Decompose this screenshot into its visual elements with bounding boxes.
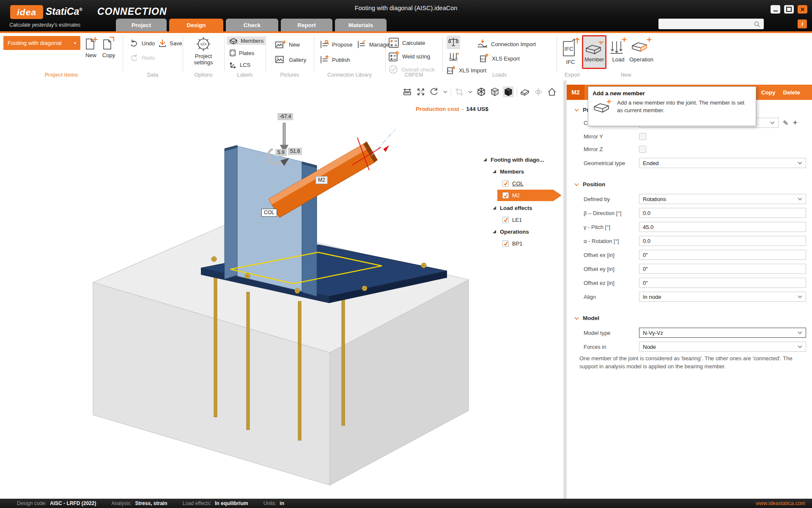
- new-load-button[interactable]: Load: [609, 36, 628, 63]
- geometrical-type-select[interactable]: Ended: [639, 158, 806, 168]
- picture-gallery-button[interactable]: Gallery: [275, 55, 306, 64]
- new-project-item-button[interactable]: New: [84, 36, 98, 59]
- tree-group-load-effects[interactable]: Load effects: [492, 202, 532, 213]
- copy-member-button[interactable]: Copy: [761, 89, 776, 96]
- design-code-label: Design code:: [17, 500, 47, 506]
- connection-import-button[interactable]: Connection Import: [477, 39, 536, 49]
- weld-sizing-button[interactable]: Weld sizing: [388, 51, 430, 62]
- close-button[interactable]: ✕: [798, 5, 807, 14]
- checkbox-checked[interactable]: [502, 240, 509, 247]
- tree-group-operations[interactable]: Operations: [492, 226, 529, 237]
- tab-check[interactable]: Check: [226, 19, 278, 31]
- load-plus-icon: [609, 36, 628, 56]
- maximize-icon: [786, 7, 792, 12]
- member-display-icon[interactable]: [519, 86, 530, 97]
- tree-group-members[interactable]: Members: [492, 166, 524, 177]
- checkbox-checked[interactable]: [502, 192, 509, 199]
- propose-connection-icon: [319, 40, 329, 49]
- minimize-button[interactable]: [771, 5, 780, 14]
- labels-plates-toggle[interactable]: Plates: [229, 49, 254, 57]
- redo-button[interactable]: Redo: [129, 53, 155, 62]
- section-position[interactable]: Position: [574, 181, 605, 188]
- edit-cross-section-icon[interactable]: ✎: [783, 119, 788, 127]
- alpha-rotation-input[interactable]: [639, 236, 806, 246]
- tree-item-bp1[interactable]: BP1: [502, 238, 523, 249]
- load-effects-label: Load effects:: [182, 500, 211, 506]
- tree-item-m2-selected[interactable]: M2: [497, 190, 562, 201]
- idea-statica-logo: idea: [10, 5, 43, 19]
- labels-lcs-toggle[interactable]: LCS: [229, 61, 250, 69]
- copy-project-item-button[interactable]: Copy: [102, 36, 116, 59]
- search-input[interactable]: [658, 19, 764, 29]
- project-tree: Footing with diago... Members COL M2 Loa…: [482, 152, 566, 254]
- calculate-button[interactable]: Calculate: [388, 37, 425, 48]
- tab-materials[interactable]: Materials: [335, 19, 387, 31]
- crop-options-chevron-icon[interactable]: [467, 86, 473, 97]
- maximize-button[interactable]: [784, 5, 794, 14]
- mirror-z-checkbox[interactable]: [639, 146, 646, 153]
- tab-project[interactable]: Project: [116, 19, 167, 31]
- plate-icon: [229, 49, 236, 57]
- tooltip-title: Add a new member: [593, 90, 752, 97]
- mirror-y-checkbox[interactable]: [639, 133, 646, 140]
- checkbox-checked[interactable]: [502, 180, 509, 187]
- member-badge: M2: [567, 85, 584, 100]
- xls-export-button[interactable]: XLS XLS Export: [479, 53, 520, 64]
- library-manage-button[interactable]: Manage: [356, 40, 389, 49]
- tree-item-le1[interactable]: LE1: [502, 214, 522, 225]
- project-settings-button[interactable]: </> Project settings: [191, 36, 216, 66]
- solid-view-icon[interactable]: [503, 86, 514, 97]
- manage-pencil-icon: [356, 40, 366, 49]
- delete-member-button[interactable]: Delete: [783, 89, 800, 96]
- tree-root-node[interactable]: Footing with diago...: [483, 154, 544, 165]
- loads-in-percent-button[interactable]: %: [447, 51, 460, 64]
- geometrical-type-row: Geometrical type Ended: [584, 158, 806, 168]
- rotate-options-chevron-icon[interactable]: [442, 86, 448, 97]
- model-type-select[interactable]: N-Vy-Vz: [639, 328, 806, 338]
- section-model[interactable]: Model: [574, 315, 599, 321]
- library-publish-button[interactable]: Publish: [319, 55, 350, 64]
- offset-ey-input[interactable]: [639, 264, 806, 274]
- ifc-export-button[interactable]: IFC IFC: [561, 36, 580, 66]
- forces-in-select[interactable]: Node: [639, 342, 806, 352]
- gamma-pitch-row: γ - Pitch [°]: [584, 222, 806, 232]
- wireframe-view-icon[interactable]: [476, 86, 487, 97]
- mirror-view-icon[interactable]: [533, 86, 544, 97]
- offset-ex-input[interactable]: [639, 250, 806, 260]
- calculate-icon: [388, 37, 399, 48]
- library-propose-button[interactable]: Propose: [319, 40, 352, 49]
- checkbox-checked[interactable]: [502, 217, 509, 223]
- save-button[interactable]: Save: [158, 39, 182, 47]
- gamma-pitch-input[interactable]: [639, 222, 806, 232]
- loads-equilibrium-toggle[interactable]: [447, 36, 460, 49]
- new-member-button[interactable]: Member: [582, 35, 606, 69]
- transparent-view-icon[interactable]: [489, 86, 500, 97]
- tree-item-col[interactable]: COL: [502, 178, 524, 189]
- production-cost: Production cost-144 US$: [416, 106, 488, 112]
- undo-button[interactable]: Undo: [129, 39, 155, 47]
- home-view-icon[interactable]: [546, 86, 557, 97]
- beta-direction-input[interactable]: [639, 208, 806, 218]
- align-select[interactable]: In node: [639, 292, 806, 302]
- measure-icon[interactable]: [402, 86, 413, 97]
- member-m2-label: M2: [315, 176, 328, 184]
- defined-by-select[interactable]: Rotations: [639, 194, 806, 204]
- info-button[interactable]: i: [798, 19, 807, 28]
- website-link[interactable]: www.ideastatica.com: [756, 500, 805, 506]
- panel-splitter[interactable]: [563, 80, 567, 499]
- picture-new-button[interactable]: New: [275, 40, 300, 49]
- forces-in-row: Forces in Node: [584, 342, 806, 352]
- rotate-view-icon[interactable]: [429, 86, 440, 97]
- tab-report[interactable]: Report: [281, 19, 332, 31]
- project-item-selector[interactable]: Footing with diagonal▾: [3, 36, 80, 50]
- labels-members-toggle[interactable]: Members: [227, 36, 266, 45]
- new-operation-button[interactable]: Operation: [629, 36, 653, 63]
- tab-design[interactable]: Design: [169, 19, 223, 31]
- member-box-icon: [229, 37, 238, 44]
- add-cross-section-icon[interactable]: +: [793, 118, 797, 127]
- fit-view-icon[interactable]: [415, 86, 426, 97]
- model-viewport[interactable]: Production cost-144 US$ -67.4 5.9 51.6 M…: [0, 80, 563, 499]
- section-crop-icon[interactable]: [454, 86, 465, 97]
- redo-icon: [129, 53, 139, 62]
- offset-ez-input[interactable]: [639, 278, 806, 288]
